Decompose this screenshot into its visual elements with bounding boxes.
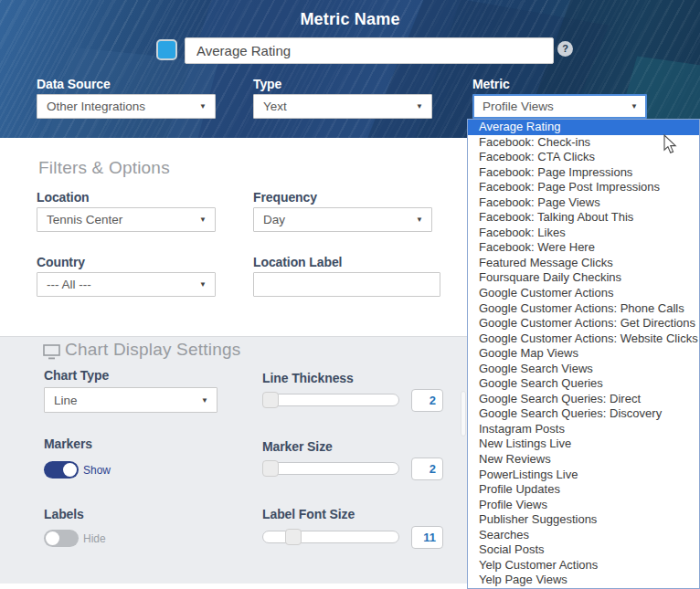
- type-label: Type: [253, 77, 281, 91]
- location-value: Tennis Center: [47, 213, 122, 226]
- location-label-field-label: Location Label: [253, 255, 342, 269]
- country-select[interactable]: --- All --- ▼: [37, 272, 216, 297]
- metric-dropdown-option[interactable]: Average Rating: [468, 120, 699, 135]
- labels-toggle[interactable]: [44, 530, 79, 547]
- frequency-select[interactable]: Day ▼: [253, 207, 432, 232]
- metric-dropdown-option[interactable]: Google Search Queries: Discovery: [468, 406, 699, 422]
- metric-dropdown-option[interactable]: Social Posts: [468, 542, 699, 558]
- slider-handle[interactable]: [285, 529, 302, 545]
- marker-size-label: Marker Size: [262, 439, 333, 454]
- type-select[interactable]: Yext ▼: [253, 94, 432, 119]
- type-value: Yext: [263, 100, 287, 113]
- chevron-down-icon: ▼: [199, 280, 207, 289]
- line-thickness-label: Line Thickness: [262, 371, 354, 385]
- metric-dropdown-option[interactable]: Facebook: Check-ins: [468, 135, 699, 151]
- chart-type-select[interactable]: Line ▼: [44, 387, 217, 413]
- metric-dropdown-option[interactable]: Google Customer Actions: [468, 286, 699, 301]
- chevron-down-icon: ▼: [631, 102, 638, 110]
- data-source-select[interactable]: Other Integrations ▼: [37, 94, 216, 119]
- line-thickness-slider[interactable]: [262, 394, 399, 406]
- scrollbar-thumb[interactable]: [461, 391, 466, 436]
- chevron-down-icon: ▼: [416, 216, 423, 224]
- metric-dropdown-list: Average RatingFacebook: Check-insFaceboo…: [467, 119, 700, 589]
- country-value: --- All ---: [47, 278, 91, 291]
- marker-size-value: 2: [411, 458, 443, 480]
- country-label: Country: [37, 255, 85, 269]
- metric-dropdown-option[interactable]: Instagram Posts: [468, 422, 699, 437]
- metric-dropdown-option[interactable]: Facebook: CTA Clicks: [468, 150, 699, 165]
- metric-color-swatch[interactable]: [156, 39, 177, 60]
- data-source-label: Data Source: [37, 77, 111, 91]
- toggle-knob: [63, 463, 77, 477]
- help-icon[interactable]: ?: [557, 41, 573, 57]
- metric-dropdown-option[interactable]: Publisher Suggestions: [468, 512, 699, 528]
- data-source-value: Other Integrations: [47, 100, 145, 113]
- toggle-knob: [46, 531, 59, 545]
- label-font-size-value: 11: [411, 526, 443, 549]
- chart-type-label: Chart Type: [44, 368, 109, 383]
- chevron-down-icon: ▼: [201, 396, 208, 405]
- metric-dropdown-option[interactable]: Yelp Customer Actions: [468, 558, 699, 573]
- frequency-label: Frequency: [253, 190, 317, 205]
- location-label: Location: [37, 190, 90, 205]
- markers-toggle[interactable]: [44, 461, 79, 479]
- chevron-down-icon: ▼: [199, 216, 207, 224]
- markers-label: Markers: [44, 436, 92, 451]
- monitor-icon: [43, 344, 60, 360]
- metric-dropdown-option[interactable]: Facebook: Page Post Impressions: [468, 180, 699, 195]
- metric-dropdown-option[interactable]: Yelp Page Views: [468, 573, 699, 588]
- markers-toggle-state: Show: [83, 464, 111, 477]
- chevron-down-icon: ▼: [199, 102, 207, 110]
- location-label-input[interactable]: [253, 272, 440, 297]
- filters-section-title: Filters & Options: [38, 158, 170, 178]
- metric-dropdown-option[interactable]: Facebook: Page Impressions: [468, 165, 699, 181]
- frequency-value: Day: [263, 213, 285, 226]
- metric-select[interactable]: Profile Views ▼: [472, 94, 647, 119]
- metric-dropdown-option[interactable]: Facebook: Were Here: [468, 240, 699, 256]
- chart-type-value: Line: [54, 394, 78, 407]
- metric-dropdown-option[interactable]: New Reviews: [468, 452, 699, 468]
- page-title: Metric Name: [0, 10, 700, 29]
- metric-value: Profile Views: [483, 100, 554, 113]
- metric-dropdown-option[interactable]: Featured Message Clicks: [468, 256, 699, 271]
- chevron-down-icon: ▼: [416, 102, 423, 110]
- metric-dropdown-option[interactable]: Facebook: Page Views: [468, 195, 699, 211]
- location-select[interactable]: Tennis Center ▼: [37, 207, 216, 232]
- metric-dropdown-option[interactable]: Profile Views: [468, 498, 699, 513]
- metric-dropdown-option[interactable]: Facebook: Likes: [468, 226, 699, 241]
- metric-dropdown-option[interactable]: Google Search Views: [468, 362, 699, 377]
- metric-dropdown-option[interactable]: Google Map Views: [468, 346, 699, 362]
- metric-dropdown-option[interactable]: Searches: [468, 528, 699, 543]
- metric-dropdown-option[interactable]: New Listings Live: [468, 436, 699, 452]
- metric-dropdown-option[interactable]: Google Search Queries: Direct: [468, 392, 699, 407]
- metric-dropdown-option[interactable]: Google Customer Actions: Get Directions: [468, 316, 699, 331]
- metric-settings-modal: Metric Name ? Data Source Other Integrat…: [0, 0, 700, 589]
- chart-settings-section-title: Chart Display Settings: [65, 340, 240, 360]
- metric-dropdown-option[interactable]: Google Search Queries: [468, 376, 699, 392]
- metric-label: Metric: [472, 77, 510, 91]
- metric-dropdown-option[interactable]: Facebook: Talking About This: [468, 210, 699, 226]
- metric-dropdown-option[interactable]: PowerListings Live: [468, 468, 699, 483]
- labels-label: Labels: [44, 507, 84, 521]
- metric-dropdown-option[interactable]: Profile Updates: [468, 482, 699, 498]
- line-thickness-value: 2: [411, 389, 443, 412]
- slider-handle[interactable]: [262, 460, 279, 477]
- label-font-size-label: Label Font Size: [262, 507, 355, 521]
- label-font-size-slider[interactable]: [262, 531, 399, 543]
- labels-toggle-state: Hide: [83, 532, 106, 545]
- slider-handle[interactable]: [262, 392, 279, 408]
- metric-name-input[interactable]: [185, 37, 554, 64]
- metric-dropdown-option[interactable]: Google Customer Actions: Phone Calls: [468, 301, 699, 317]
- marker-size-slider[interactable]: [262, 462, 399, 475]
- metric-dropdown-option[interactable]: Foursquare Daily Checkins: [468, 270, 699, 286]
- metric-dropdown-option[interactable]: Google Customer Actions: Website Clicks: [468, 331, 699, 347]
